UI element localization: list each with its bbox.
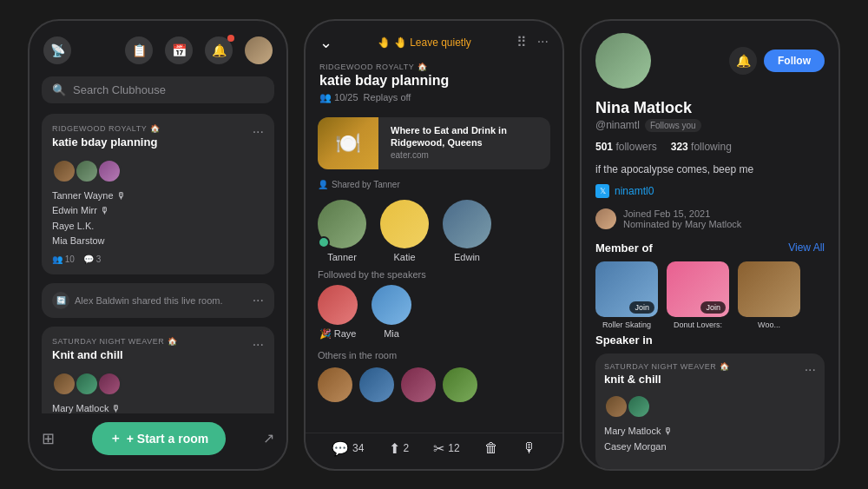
speaker-room-card[interactable]: SATURDAY NIGHT WEAVER 🏠 knit & chill ···… <box>595 354 825 468</box>
room-card-2[interactable]: SATURDAY NIGHT WEAVER 🏠 Knit and chill ·… <box>42 327 274 413</box>
trash-icon: 🗑 <box>484 440 498 456</box>
profile-handle: @ninamtl Follows you <box>582 117 838 134</box>
room1-label: RIDGEWOOD ROYALTY 🏠 <box>52 124 161 133</box>
club-donut-name: Donut Lovers: The sweetest place... <box>667 320 729 331</box>
nominated-avatar <box>595 208 616 229</box>
start-room-button[interactable]: ＋ + Start a room <box>92 422 227 455</box>
people-icon: ✂ <box>433 440 444 457</box>
speaker-edwin[interactable]: Edwin <box>443 200 491 262</box>
content-title: Where to Eat and Drink in Ridgewood, Que… <box>391 124 545 149</box>
inbox-icon[interactable]: 📋 <box>125 36 153 64</box>
other-avatar-3[interactable] <box>401 367 436 402</box>
club-skating[interactable]: Join Roller Skating Friends 65 members <box>595 261 658 322</box>
speaker-avatar-edwin <box>443 200 491 248</box>
notification-bell-button[interactable]: 🔔 <box>729 47 757 75</box>
leave-quietly-btn[interactable]: 🤚 🤚 Leave quietly <box>378 36 471 49</box>
followed-label: Followed by the speakers <box>306 269 562 285</box>
room-avatar-mary <box>604 394 628 419</box>
view-all-button[interactable]: View All <box>788 241 825 254</box>
joined-info: Joined Feb 15, 2021 Nominated by Mary Ma… <box>582 205 838 238</box>
shared-banner: 🔄 Alex Baldwin shared this live room. ··… <box>42 283 274 318</box>
following-count: 323 <box>671 141 688 153</box>
avatar-casey <box>75 372 99 396</box>
followed-raye[interactable]: 🎉 Raye <box>318 285 358 340</box>
trash-button[interactable]: 🗑 <box>484 440 498 456</box>
club-skating-name: Roller Skating Friends <box>595 320 658 331</box>
twitter-icon: 𝕏 <box>595 184 609 198</box>
clubs-row: Join Roller Skating Friends 65 members J… <box>582 261 838 331</box>
club-donut-join-button[interactable]: Join <box>700 301 726 314</box>
user-avatar[interactable] <box>245 36 273 64</box>
phone-3: 🔔 Follow Nina Matlock @ninamtl Follows y… <box>580 19 840 471</box>
active-indicator <box>318 236 330 248</box>
speaker-name-tanner: Tanner <box>327 252 357 262</box>
banner-more-icon[interactable]: ··· <box>253 293 264 308</box>
other-avatar-1[interactable] <box>318 367 352 402</box>
speaker-katie[interactable]: Katie <box>380 200 429 262</box>
followed-avatar-raye <box>318 285 358 325</box>
followers-count: 501 <box>595 141 613 153</box>
speaker-room-more-icon[interactable]: ··· <box>805 362 816 378</box>
chevron-down-icon[interactable]: ⌄ <box>319 33 332 52</box>
search-bar[interactable]: 🔍 Search Clubhouse <box>42 76 274 103</box>
others-row <box>306 367 562 402</box>
club-skating-image: Join <box>595 261 658 317</box>
grid-icon[interactable]: ⊞ <box>42 429 55 448</box>
followed-mia[interactable]: Mia <box>372 285 411 340</box>
club-donut[interactable]: Join Donut Lovers: The sweetest place...… <box>667 261 729 322</box>
room1-stats: 👥 10 💬 3 <box>52 254 264 264</box>
other-avatar-4[interactable] <box>443 367 477 402</box>
more-options-icon[interactable]: ··· <box>253 124 264 140</box>
follow-section: 🔔 Follow <box>729 47 825 75</box>
dots-grid-icon[interactable]: ⠿ <box>516 34 527 50</box>
speaker-name-edwin: Edwin <box>454 252 480 262</box>
avatar-raye <box>97 159 122 183</box>
club-wood-name: Woo... <box>738 320 800 330</box>
more-icon[interactable]: ··· <box>537 34 549 50</box>
follows-you-badge: Follows you <box>645 119 701 132</box>
profile-bio: if the apocalypse comes, beep me <box>582 160 838 182</box>
twitter-link[interactable]: 𝕏 ninamtl0 <box>582 182 838 205</box>
avatar-mary <box>52 372 76 396</box>
speaker-name-katie: Katie <box>393 252 415 262</box>
chat-button[interactable]: 💬 34 <box>332 440 364 457</box>
avatar-tina <box>97 372 122 396</box>
share-icon: 👤 <box>318 180 328 189</box>
more-options-icon-2[interactable]: ··· <box>253 337 264 353</box>
profile-name: Nina Matlock <box>582 96 838 117</box>
send-icon[interactable]: ↗ <box>263 430 274 446</box>
phone3-header: 🔔 Follow <box>582 21 838 96</box>
antenna-icon[interactable]: 📡 <box>43 36 71 64</box>
house-icon-2: 🏠 <box>168 337 178 346</box>
room-title-2: katie bday planning <box>319 73 549 89</box>
room-card-1[interactable]: RIDGEWOOD ROYALTY 🏠 katie bday planning … <box>42 114 274 274</box>
speaker-avatar-tanner <box>318 200 366 248</box>
phone-1: 📡 📋 📅 🔔 🔍 Search Clubhouse RIDG <box>28 19 288 471</box>
club-wood[interactable]: Woo... 14 m <box>738 261 800 322</box>
member-of-title: Member of <box>595 241 653 254</box>
speakers-row: Tanner Katie Edwin <box>306 193 562 269</box>
phone2-room-info: RIDGEWOOD ROYALTY 🏠 katie bday planning … <box>306 59 562 110</box>
calendar-icon[interactable]: 📅 <box>165 36 193 64</box>
club-join-button[interactable]: Join <box>629 301 654 314</box>
mic-button[interactable]: 🎙 <box>523 440 536 456</box>
bell-icon[interactable]: 🔔 <box>205 36 233 64</box>
phone1-header: 📡 📋 📅 🔔 <box>30 21 286 73</box>
speaker-tanner[interactable]: Tanner <box>318 200 366 262</box>
people-button[interactable]: ✂ 12 <box>433 440 459 457</box>
profile-avatar <box>595 33 651 89</box>
phone2-header: ⌄ 🤚 🤚 Leave quietly ⠿ ··· <box>306 21 562 59</box>
speaker-avatar-katie <box>380 200 429 248</box>
phone1-bottom: ⊞ ＋ + Start a room ↗ <box>30 413 286 469</box>
speaker-room-label: SATURDAY NIGHT WEAVER 🏠 <box>604 362 730 371</box>
content-card[interactable]: Where to Eat and Drink in Ridgewood, Que… <box>318 117 550 169</box>
phone2-footer: 💬 34 ⬆ 2 ✂ 12 🗑 🎙 <box>306 433 562 469</box>
room2-names: Mary Matlock 🎙 Casey Morgan 🎙 Tina Wey <box>52 401 264 413</box>
other-avatar-2[interactable] <box>359 367 394 402</box>
phone-2: ⌄ 🤚 🤚 Leave quietly ⠿ ··· RIDGEWOOD ROYA… <box>304 19 564 471</box>
speaker-room-title: knit & chill <box>604 373 730 386</box>
share-button[interactable]: ⬆ 2 <box>389 440 410 457</box>
follow-button[interactable]: Follow <box>764 50 825 72</box>
member-of-section: Member of View All <box>582 238 838 261</box>
mic-icon: 🎙 <box>523 440 536 456</box>
